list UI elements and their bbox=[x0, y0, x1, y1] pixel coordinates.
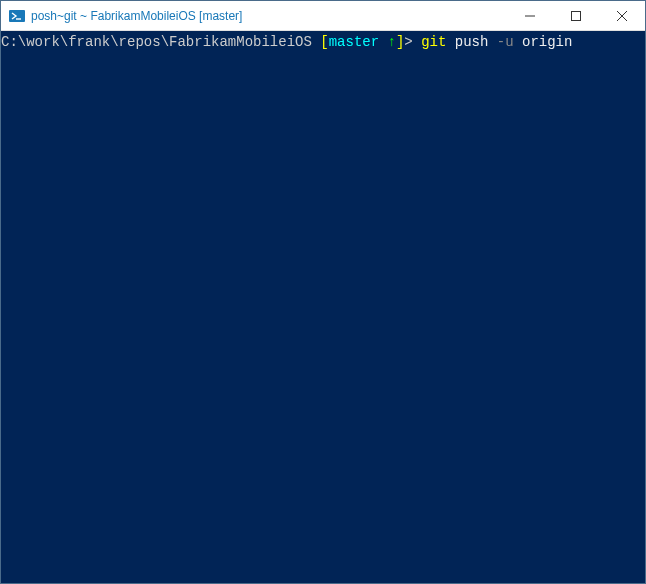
prompt-path: C:\work\frank\repos\FabrikamMobileiOS bbox=[1, 34, 312, 50]
close-button[interactable] bbox=[599, 1, 645, 30]
prompt-symbol: > bbox=[404, 34, 421, 50]
terminal-area[interactable]: C:\work\frank\repos\FabrikamMobileiOS [m… bbox=[1, 31, 645, 583]
window-title: posh~git ~ FabrikamMobileiOS [master] bbox=[31, 9, 507, 23]
branch-bracket-open: [ bbox=[312, 34, 329, 50]
branch-name: master bbox=[329, 34, 379, 50]
command-origin: origin bbox=[514, 34, 573, 50]
window-titlebar[interactable]: posh~git ~ FabrikamMobileiOS [master] bbox=[1, 1, 645, 31]
prompt-line: C:\work\frank\repos\FabrikamMobileiOS [m… bbox=[1, 33, 645, 52]
window-controls bbox=[507, 1, 645, 30]
minimize-button[interactable] bbox=[507, 1, 553, 30]
command-git: git bbox=[421, 34, 446, 50]
svg-rect-3 bbox=[572, 11, 581, 20]
command-push: push bbox=[446, 34, 496, 50]
powershell-window: posh~git ~ FabrikamMobileiOS [master] C:… bbox=[0, 0, 646, 584]
ahead-arrow-icon: ↑ bbox=[379, 34, 396, 50]
powershell-icon bbox=[9, 8, 25, 24]
maximize-button[interactable] bbox=[553, 1, 599, 30]
command-flag: -u bbox=[497, 34, 514, 50]
